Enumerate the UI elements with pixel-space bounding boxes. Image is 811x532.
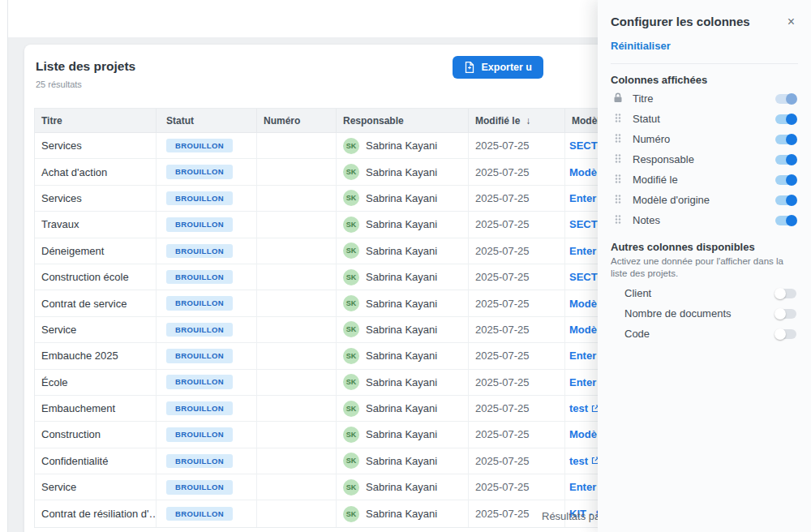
modele-link[interactable]: Enter [569,376,596,388]
drag-handle-icon[interactable] [615,152,621,167]
cell-responsable: SK Sabrina Kayani [336,159,468,184]
cell-titre: Service [35,317,156,342]
cell-modifie-le: 2025-07-25 [468,264,564,290]
cell-responsable: SK Sabrina Kayani [336,290,468,315]
modele-link[interactable]: Enter [569,481,596,493]
export-button[interactable]: Exporter u [453,56,543,79]
cell-modifie-le: 2025-07-25 [468,186,564,211]
modele-link[interactable]: Modè [569,298,597,310]
cell-statut: BROUILLON [156,474,256,500]
avatar: SK [343,321,359,337]
modele-link[interactable]: Enter [569,192,596,204]
cell-responsable: SK Sabrina Kayani [336,422,468,447]
cell-statut: BROUILLON [156,238,256,264]
reset-columns-link[interactable]: Réinitialiser [611,40,671,52]
cell-numero [256,159,336,184]
responsable-name: Sabrina Kayani [366,376,437,388]
avatar: SK [343,374,359,390]
cell-numero [256,500,336,526]
column-toggle-label: Client [624,287,775,299]
column-toggle-label: Responsable [633,153,775,165]
cell-modifie-le: 2025-07-25 [468,370,564,395]
responsable-name: Sabrina Kayani [366,455,437,467]
drag-handle-icon[interactable] [615,193,621,208]
modele-link[interactable]: Enter [569,245,596,257]
column-toggle[interactable] [775,114,796,124]
toggle-knob [786,215,797,226]
column-toggle[interactable] [775,175,796,185]
modele-link[interactable]: Modè [569,428,597,440]
column-header-titre[interactable]: Titre [35,109,156,132]
column-toggle[interactable] [775,216,796,225]
status-badge: BROUILLON [166,375,233,389]
modele-link[interactable]: test [569,455,588,467]
modele-link[interactable]: Enter [569,350,596,362]
cell-numero [256,396,336,421]
cell-responsable: SK Sabrina Kayani [336,396,468,421]
cell-numero [256,133,336,158]
displayed-columns-heading: Colonnes affichées [611,74,798,86]
close-icon[interactable]: × [784,15,798,29]
configure-columns-drawer: Configurer les colonnes × Réinitialiser … [598,0,811,532]
modele-link[interactable]: Modè [569,324,597,336]
cell-responsable: SK Sabrina Kayani [336,448,468,474]
column-toggle[interactable] [775,329,796,339]
column-toggle-label: Numéro [633,133,775,145]
cell-numero [256,448,336,474]
cell-statut: BROUILLON [156,186,256,211]
cell-modifie-le: 2025-07-25 [468,290,564,315]
column-header-modifie-le[interactable]: Modifié le ↓ [468,109,564,132]
column-header-numero[interactable]: Numéro [256,109,336,132]
status-badge: BROUILLON [166,480,233,495]
cell-titre: Déneigement [35,238,156,264]
cell-modifie-le: 2025-07-25 [468,448,564,474]
cell-numero [256,212,336,237]
status-badge: BROUILLON [166,270,233,285]
cell-titre: Achat d'action [35,159,156,184]
column-toggle-label: Titre [633,92,775,105]
modele-link[interactable]: Modè [569,166,597,178]
avatar: SK [343,506,359,522]
toggle-knob [786,174,797,186]
modele-link[interactable]: test [569,402,588,414]
cell-titre: École [35,370,156,395]
left-edge-strip [0,0,8,532]
displayed-column-item: Modifié le [611,169,798,190]
cell-responsable: SK Sabrina Kayani [336,133,468,158]
status-badge: BROUILLON [166,296,233,311]
drag-handle-icon[interactable] [615,173,621,187]
status-badge: BROUILLON [166,454,233,469]
toggle-knob [775,328,786,340]
column-toggle[interactable] [775,309,796,319]
column-toggle[interactable] [775,289,796,298]
column-header-responsable[interactable]: Responsable [336,109,468,132]
cell-statut: BROUILLON [156,370,256,395]
status-badge: BROUILLON [166,349,233,363]
available-column-item: Code [611,324,798,344]
column-toggle[interactable] [775,135,796,144]
displayed-column-item: Titre [611,88,798,109]
cell-responsable: SK Sabrina Kayani [336,370,468,395]
status-badge: BROUILLON [166,427,233,442]
status-badge: BROUILLON [166,244,233,259]
cell-statut: BROUILLON [156,264,256,290]
column-toggle[interactable] [775,94,796,104]
displayed-column-item: Modèle d'origine [611,190,798,210]
sort-descending-icon[interactable]: ↓ [526,115,530,127]
column-toggle-label: Modèle d'origine [633,194,775,206]
cell-numero [256,370,336,395]
drag-handle-icon[interactable] [615,132,621,147]
cell-modifie-le: 2025-07-25 [468,396,564,421]
cell-statut: BROUILLON [156,422,256,447]
column-header-statut[interactable]: Statut [156,109,256,132]
cell-titre: Contrat de résiliation d'… [35,500,156,526]
responsable-name: Sabrina Kayani [366,271,437,283]
column-toggle[interactable] [775,195,796,205]
column-toggle[interactable] [775,155,796,165]
drag-handle-icon[interactable] [615,112,621,127]
cell-titre: Construction [35,422,156,447]
drag-handle-icon[interactable] [615,213,621,228]
drawer-title: Configurer les colonnes [611,15,750,28]
cell-titre: Services [35,133,156,158]
toggle-knob [786,134,797,145]
